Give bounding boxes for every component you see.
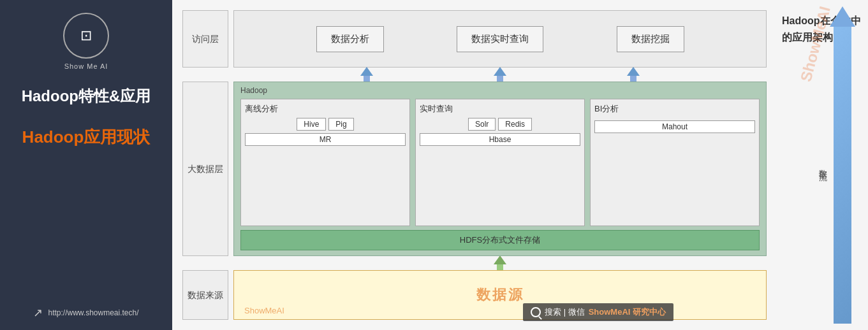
realtime-tools-row2: Hbase	[420, 133, 580, 146]
search-label: 搜索 | 微信	[545, 306, 585, 318]
search-icon-handle	[538, 316, 542, 320]
sidebar-subtitle: Hadoop应用现状	[22, 126, 151, 148]
datasource-row: 数据来源 数据源 ShowMeAI	[182, 270, 767, 320]
redis-box: Redis	[498, 118, 532, 131]
logo-text: Show Me AI	[64, 62, 108, 70]
hbase-box: Hbase	[420, 133, 580, 146]
mr-box: MR	[245, 133, 406, 146]
func-box-1: 数据分析	[316, 26, 384, 52]
bottom-arrows-row	[233, 256, 767, 270]
sidebar-title: Hadoop特性&应用	[22, 85, 151, 107]
sidebar-footer: ↗ http://www.showmeai.tech/	[33, 306, 138, 320]
vertical-arrow	[830, 6, 855, 324]
datasource-label: 数据源	[476, 285, 524, 305]
green-arrow-1	[494, 255, 506, 271]
top-arrows-row	[233, 68, 767, 82]
top-content-area: 数据分析 数据实时查询 数据挖掘	[233, 10, 767, 68]
access-row: 访问层 数据分析 数据实时查询 数据挖掘	[182, 10, 767, 68]
logo-circle: ⊡	[63, 13, 109, 59]
showmeai-bottom-mark: ShowMeAI	[244, 306, 284, 315]
hdfs-strip: HDFS分布式文件存储	[240, 230, 760, 250]
hive-box: Hive	[297, 118, 326, 131]
sidebar: ⊡ Show Me AI Hadoop特性&应用 Hadoop应用现状 ↗ ht…	[0, 0, 172, 330]
offline-tools-row2: MR	[245, 133, 406, 146]
realtime-tools-row1: Solr Redis	[420, 118, 580, 131]
hadoop-area: Hadoop 离线分析 Hive Pig MR	[233, 82, 767, 256]
blue-arrow-2	[494, 67, 506, 82]
realtime-title: 实时查询	[420, 103, 580, 115]
bigdata-row: 大数据层 Hadoop 离线分析 Hive Pig MR	[182, 82, 767, 256]
logo-area: ⊡ Show Me AI	[63, 13, 109, 70]
bigdata-layer-label: 大数据层	[182, 82, 228, 256]
datasource-layer-label: 数据来源	[182, 270, 228, 320]
arrow-tip-3	[627, 67, 640, 76]
search-brand: ShowMeAI 研究中心	[589, 306, 666, 318]
search-icon	[531, 307, 541, 317]
right-panel: Hadoop在企业中的应用架构 数据流 ShowMeAI	[776, 0, 868, 330]
bi-tools-row2: Mahout	[594, 120, 755, 133]
mahout-box: Mahout	[594, 120, 755, 133]
offline-analysis-col: 离线分析 Hive Pig MR	[240, 99, 410, 226]
search-bar: 搜索 | 微信 ShowMeAI 研究中心	[523, 303, 673, 321]
arrow-body	[834, 27, 851, 324]
arrow-tip-2	[494, 67, 506, 76]
bi-col: BI分析 Mahout	[590, 99, 760, 226]
func-box-2: 数据实时查询	[457, 26, 543, 52]
footer-url: http://www.showmeai.tech/	[48, 308, 138, 317]
data-flow-label: 数据流	[817, 163, 828, 167]
datasource-area: 数据源 ShowMeAI	[233, 270, 767, 320]
blue-arrow-3	[627, 67, 640, 82]
arrow-tip-1	[360, 67, 373, 76]
offline-analysis-title: 离线分析	[245, 103, 406, 115]
func-box-3: 数据挖掘	[617, 26, 684, 52]
green-tip-1	[494, 255, 506, 264]
logo-icon: ⊡	[80, 27, 92, 44]
bi-title: BI分析	[594, 103, 755, 115]
solr-box: Solr	[468, 118, 496, 131]
realtime-col: 实时查询 Solr Redis Hbase	[415, 99, 585, 226]
hadoop-label: Hadoop	[240, 86, 760, 95]
hadoop-columns: 离线分析 Hive Pig MR 实时查询 Solr	[240, 99, 760, 226]
diagram-container: 访问层 数据分析 数据实时查询 数据挖掘 大数据层	[182, 10, 767, 320]
pig-box: Pig	[328, 118, 353, 131]
main-area: 访问层 数据分析 数据实时查询 数据挖掘 大数据层	[172, 0, 776, 330]
blue-arrow-1	[360, 67, 373, 82]
offline-tools-row1: Hive Pig	[245, 118, 406, 131]
access-layer-label: 访问层	[182, 10, 228, 68]
link-icon: ↗	[33, 306, 43, 320]
